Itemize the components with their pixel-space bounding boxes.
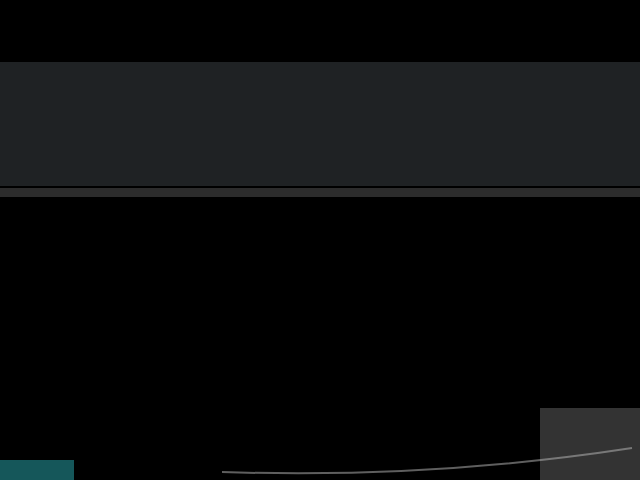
waveform-svg [0,62,640,186]
back-button[interactable] [0,460,74,480]
waveform-display[interactable] [0,62,640,186]
sample-info-bar [0,234,640,254]
sample-meta [594,234,638,255]
waveform-scrollbar[interactable] [0,188,640,197]
waveform-background [0,62,640,186]
granular-synth-screen: { "app": { "title": "GRANULAR SYNTH" }, … [0,0,640,480]
watermark-panel [540,408,640,480]
